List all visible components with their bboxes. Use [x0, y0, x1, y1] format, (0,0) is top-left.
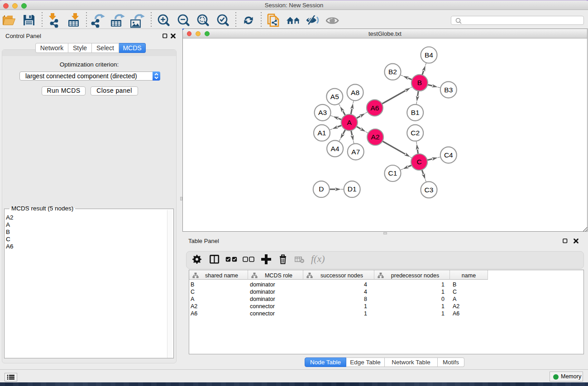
svg-text:A1: A1	[318, 129, 326, 137]
svg-text:A7: A7	[351, 148, 360, 156]
svg-text:B1: B1	[411, 109, 420, 116]
svg-text:A: A	[347, 119, 352, 126]
svg-text:B: B	[417, 79, 422, 86]
svg-text:A8: A8	[351, 89, 359, 96]
svg-text:A5: A5	[330, 93, 339, 100]
svg-text:D1: D1	[348, 185, 357, 193]
svg-text:A6: A6	[370, 104, 379, 112]
svg-text:C2: C2	[411, 129, 420, 137]
svg-text:C1: C1	[388, 169, 397, 177]
svg-text:A4: A4	[331, 145, 339, 152]
svg-text:B3: B3	[444, 86, 453, 94]
svg-text:D: D	[319, 185, 324, 193]
svg-text:A3: A3	[318, 109, 327, 116]
svg-text:B2: B2	[388, 68, 397, 76]
svg-text:C4: C4	[444, 151, 453, 159]
svg-text:A2: A2	[371, 133, 380, 141]
svg-text:B4: B4	[425, 51, 433, 59]
svg-text:C: C	[416, 158, 421, 166]
svg-text:C3: C3	[425, 186, 434, 194]
